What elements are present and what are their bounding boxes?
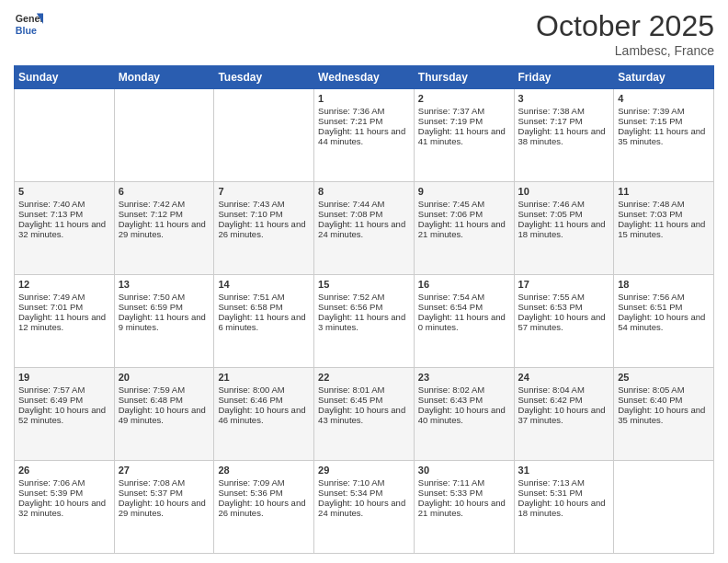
- sunset-text: Sunset: 7:08 PM: [318, 209, 410, 219]
- day-number: 11: [618, 186, 710, 197]
- sunrise-text: Sunrise: 7:36 AM: [318, 106, 410, 116]
- logo-icon: General Blue: [14, 9, 43, 39]
- day-number: 26: [18, 465, 110, 476]
- sunrise-text: Sunrise: 7:50 AM: [119, 292, 210, 302]
- day-number: 19: [18, 372, 110, 383]
- daylight-text: Daylight: 11 hours and 35 minutes.: [618, 126, 710, 146]
- table-row: 23Sunrise: 8:02 AMSunset: 6:43 PMDayligh…: [414, 368, 514, 461]
- sunrise-text: Sunrise: 7:46 AM: [518, 199, 610, 209]
- day-number: 27: [119, 465, 210, 476]
- table-row: [614, 461, 714, 554]
- col-saturday: Saturday: [614, 66, 714, 89]
- table-row: 9Sunrise: 7:45 AMSunset: 7:06 PMDaylight…: [414, 182, 514, 275]
- sunrise-text: Sunrise: 7:49 AM: [18, 292, 110, 302]
- table-row: 26Sunrise: 7:06 AMSunset: 5:39 PMDayligh…: [15, 461, 115, 554]
- table-row: [15, 89, 115, 182]
- daylight-text: Daylight: 11 hours and 6 minutes.: [218, 312, 310, 332]
- daylight-text: Daylight: 11 hours and 12 minutes.: [18, 312, 110, 332]
- table-row: 10Sunrise: 7:46 AMSunset: 7:05 PMDayligh…: [514, 182, 614, 275]
- daylight-text: Daylight: 11 hours and 41 minutes.: [418, 126, 510, 146]
- col-sunday: Sunday: [15, 66, 115, 89]
- sunrise-text: Sunrise: 7:10 AM: [318, 477, 410, 488]
- sunrise-text: Sunrise: 7:08 AM: [119, 477, 210, 488]
- sunrise-text: Sunrise: 7:51 AM: [218, 292, 310, 302]
- day-number: 14: [218, 279, 310, 290]
- day-number: 16: [418, 279, 510, 290]
- daylight-text: Daylight: 10 hours and 35 minutes.: [618, 405, 710, 425]
- day-number: 6: [119, 186, 210, 197]
- header: General Blue October 2025 Lambesc, Franc…: [14, 9, 714, 58]
- calendar-week-row: 26Sunrise: 7:06 AMSunset: 5:39 PMDayligh…: [15, 461, 714, 554]
- col-tuesday: Tuesday: [214, 66, 314, 89]
- sunset-text: Sunset: 7:17 PM: [518, 116, 610, 126]
- sunset-text: Sunset: 6:40 PM: [618, 395, 710, 405]
- table-row: 24Sunrise: 8:04 AMSunset: 6:42 PMDayligh…: [514, 368, 614, 461]
- sunset-text: Sunset: 6:51 PM: [618, 302, 710, 312]
- daylight-text: Daylight: 11 hours and 18 minutes.: [518, 219, 610, 239]
- daylight-text: Daylight: 10 hours and 52 minutes.: [18, 405, 110, 425]
- daylight-text: Daylight: 11 hours and 32 minutes.: [18, 219, 110, 239]
- sunrise-text: Sunrise: 7:43 AM: [218, 199, 310, 209]
- calendar-week-row: 19Sunrise: 7:57 AMSunset: 6:49 PMDayligh…: [15, 368, 714, 461]
- daylight-text: Daylight: 10 hours and 21 minutes.: [418, 498, 510, 518]
- col-friday: Friday: [514, 66, 614, 89]
- page: General Blue October 2025 Lambesc, Franc…: [0, 0, 728, 563]
- table-row: 4Sunrise: 7:39 AMSunset: 7:15 PMDaylight…: [614, 89, 714, 182]
- sunrise-text: Sunrise: 7:56 AM: [618, 292, 710, 302]
- table-row: 28Sunrise: 7:09 AMSunset: 5:36 PMDayligh…: [214, 461, 314, 554]
- sunset-text: Sunset: 6:48 PM: [119, 395, 210, 405]
- day-number: 7: [218, 186, 310, 197]
- calendar-header-row: Sunday Monday Tuesday Wednesday Thursday…: [15, 66, 714, 89]
- sunrise-text: Sunrise: 7:42 AM: [119, 199, 210, 209]
- sunrise-text: Sunrise: 7:45 AM: [418, 199, 510, 209]
- daylight-text: Daylight: 10 hours and 18 minutes.: [518, 498, 610, 518]
- sunrise-text: Sunrise: 7:38 AM: [518, 106, 610, 116]
- table-row: 27Sunrise: 7:08 AMSunset: 5:37 PMDayligh…: [114, 461, 214, 554]
- day-number: 8: [318, 186, 410, 197]
- sunrise-text: Sunrise: 7:09 AM: [218, 477, 310, 488]
- title-block: October 2025 Lambesc, France: [536, 9, 714, 58]
- sunset-text: Sunset: 7:19 PM: [418, 116, 510, 126]
- table-row: 5Sunrise: 7:40 AMSunset: 7:13 PMDaylight…: [15, 182, 115, 275]
- location: Lambesc, France: [536, 43, 714, 58]
- day-number: 21: [218, 372, 310, 383]
- sunrise-text: Sunrise: 7:55 AM: [518, 292, 610, 302]
- col-thursday: Thursday: [414, 66, 514, 89]
- table-row: 22Sunrise: 8:01 AMSunset: 6:45 PMDayligh…: [314, 368, 415, 461]
- sunrise-text: Sunrise: 7:59 AM: [119, 385, 210, 395]
- table-row: 15Sunrise: 7:52 AMSunset: 6:56 PMDayligh…: [314, 275, 415, 368]
- calendar-table: Sunday Monday Tuesday Wednesday Thursday…: [14, 65, 714, 554]
- table-row: 30Sunrise: 7:11 AMSunset: 5:33 PMDayligh…: [414, 461, 514, 554]
- table-row: 1Sunrise: 7:36 AMSunset: 7:21 PMDaylight…: [314, 89, 415, 182]
- table-row: 16Sunrise: 7:54 AMSunset: 6:54 PMDayligh…: [414, 275, 514, 368]
- sunset-text: Sunset: 6:43 PM: [418, 395, 510, 405]
- day-number: 29: [318, 465, 410, 476]
- calendar-week-row: 1Sunrise: 7:36 AMSunset: 7:21 PMDaylight…: [15, 89, 714, 182]
- daylight-text: Daylight: 10 hours and 29 minutes.: [119, 498, 210, 518]
- sunset-text: Sunset: 7:13 PM: [18, 209, 110, 219]
- sunrise-text: Sunrise: 8:05 AM: [618, 385, 710, 395]
- sunrise-text: Sunrise: 7:40 AM: [18, 199, 110, 209]
- day-number: 13: [119, 279, 210, 290]
- sunrise-text: Sunrise: 7:52 AM: [318, 292, 410, 302]
- sunrise-text: Sunrise: 8:00 AM: [218, 385, 310, 395]
- month-title: October 2025: [536, 9, 714, 43]
- table-row: 19Sunrise: 7:57 AMSunset: 6:49 PMDayligh…: [15, 368, 115, 461]
- daylight-text: Daylight: 11 hours and 0 minutes.: [418, 312, 510, 332]
- daylight-text: Daylight: 10 hours and 54 minutes.: [618, 312, 710, 332]
- sunrise-text: Sunrise: 7:48 AM: [618, 199, 710, 209]
- calendar-week-row: 5Sunrise: 7:40 AMSunset: 7:13 PMDaylight…: [15, 182, 714, 275]
- table-row: 25Sunrise: 8:05 AMSunset: 6:40 PMDayligh…: [614, 368, 714, 461]
- day-number: 1: [318, 93, 410, 104]
- sunset-text: Sunset: 6:54 PM: [418, 302, 510, 312]
- daylight-text: Daylight: 11 hours and 15 minutes.: [618, 219, 710, 239]
- day-number: 18: [618, 279, 710, 290]
- sunset-text: Sunset: 5:36 PM: [218, 488, 310, 498]
- table-row: 6Sunrise: 7:42 AMSunset: 7:12 PMDaylight…: [114, 182, 214, 275]
- daylight-text: Daylight: 10 hours and 26 minutes.: [218, 498, 310, 518]
- daylight-text: Daylight: 11 hours and 9 minutes.: [119, 312, 210, 332]
- day-number: 20: [119, 372, 210, 383]
- day-number: 22: [318, 372, 410, 383]
- sunset-text: Sunset: 6:58 PM: [218, 302, 310, 312]
- day-number: 2: [418, 93, 510, 104]
